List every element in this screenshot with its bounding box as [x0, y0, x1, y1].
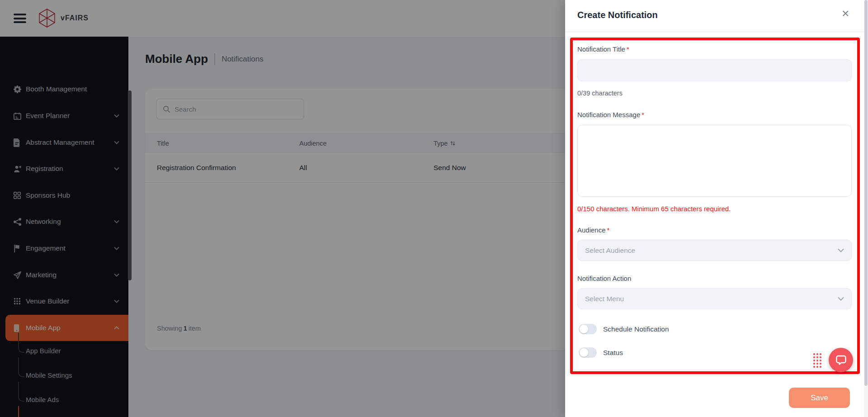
toggle-knob	[580, 325, 588, 333]
notification-action-select[interactable]: Select Menu	[577, 288, 852, 309]
message-char-error: 0/150 characters. Minimum 65 characters …	[577, 205, 731, 213]
status-toggle[interactable]	[579, 347, 597, 358]
action-placeholder: Select Menu	[585, 295, 624, 303]
chat-launcher-button[interactable]	[829, 348, 853, 372]
notification-message-textarea[interactable]	[577, 125, 852, 197]
audience-select[interactable]: Select Audience	[577, 240, 852, 261]
required-asterisk: *	[607, 226, 610, 234]
drawer-title: Create Notification	[577, 10, 658, 20]
notification-message-label: Notification Message*	[577, 111, 644, 118]
drawer-scrollbar-track[interactable]	[864, 0, 868, 417]
required-asterisk: *	[642, 111, 644, 118]
drawer-scrollbar-thumb[interactable]	[864, 0, 868, 386]
schedule-notification-toggle[interactable]	[579, 324, 597, 334]
notification-title-input[interactable]	[577, 59, 852, 81]
create-notification-drawer: Create Notification × Notification Title…	[565, 0, 868, 417]
schedule-notification-label: Schedule Notification	[603, 325, 669, 333]
drag-dots-icon[interactable]	[813, 353, 821, 368]
toggle-knob	[580, 348, 588, 357]
status-label: Status	[603, 349, 623, 357]
chat-bubble-icon	[835, 354, 847, 366]
chevron-down-icon	[838, 248, 844, 252]
close-icon[interactable]: ×	[842, 7, 849, 20]
audience-label: Audience*	[577, 226, 609, 234]
save-button[interactable]: Save	[789, 388, 850, 408]
required-asterisk: *	[627, 45, 629, 53]
notification-title-label: Notification Title*	[577, 45, 629, 53]
notification-action-label: Notification Action	[577, 275, 631, 282]
title-char-counter: 0/39 characters	[577, 90, 623, 97]
drawer-header: Create Notification ×	[565, 0, 868, 32]
audience-placeholder: Select Audience	[585, 246, 635, 255]
chevron-down-icon	[838, 297, 844, 301]
